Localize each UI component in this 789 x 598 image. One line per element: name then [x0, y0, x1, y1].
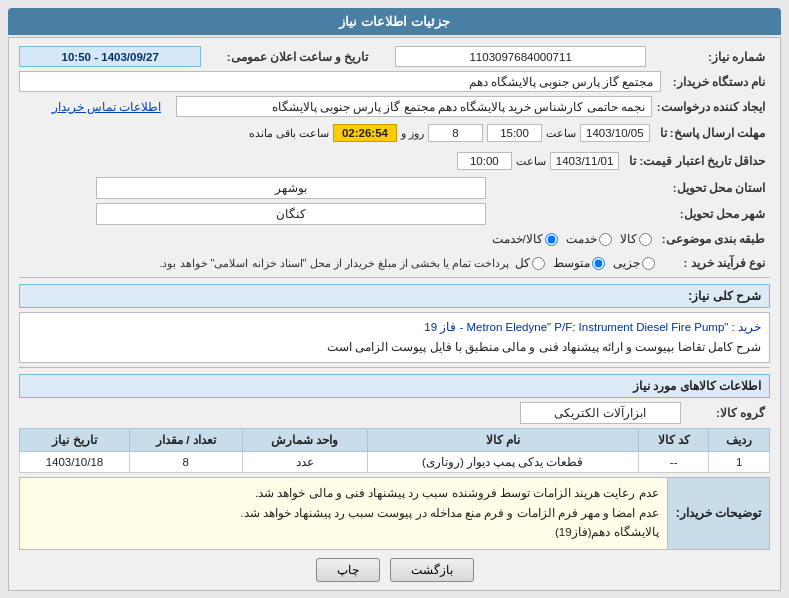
farayand-motavaset-label: متوسط: [553, 256, 590, 270]
tarikh-aalan-value: 1403/09/27 - 10:50: [20, 47, 201, 67]
jadval-label: حداقل تاریخ اعتبار قیمت: تا: [624, 149, 770, 173]
tabaghe-khedmat-radio[interactable]: [599, 233, 612, 246]
shahr-label: شهر محل تحویل:: [485, 204, 770, 225]
col-tedad: تعداد / مقدار: [129, 429, 242, 452]
print-button[interactable]: چاپ: [316, 558, 380, 582]
farayand-kol-label: کل: [515, 256, 530, 270]
shahr-value: کنگان: [97, 204, 485, 225]
buyer-notes-content: عدم رعایت هریند الزامات توسط فروشنده سبب…: [20, 478, 667, 549]
tabaghe-kala-khedmat-item: کالا/خدمت: [492, 232, 558, 246]
mohlat-date: 1403/10/05: [580, 124, 650, 142]
nam-dastgah-value: مجتمع گاز پارس جنوبی پالایشگاه دهم: [20, 72, 661, 92]
nam-dastgah-label: نام دستگاه خریدار:: [660, 72, 770, 92]
etelaat-section-title: اطلاعات کالاهای مورد نیاز: [19, 374, 770, 398]
mohlat-time: 15:00: [487, 124, 542, 142]
jadval-date: 1403/11/01: [550, 152, 620, 170]
tarikh-aalan-label: تاریخ و ساعت اعلان عمومی:: [201, 47, 373, 67]
tabaghe-kala-khedmat-label: کالا/خدمت: [492, 232, 543, 246]
mohlat-day-label: روز و: [401, 127, 424, 140]
mohlat-countdown-label: ساعت باقی مانده: [249, 127, 329, 140]
ijad-konande-value: نجمه حاتمی کارشناس خرید پالایشگاه دهم مج…: [176, 97, 651, 117]
sharh-section-title: شرح کلی نیاز:: [19, 284, 770, 308]
mohlat-countdown: 02:26:54: [333, 124, 397, 142]
tabaghe-kala-khedmat-radio[interactable]: [545, 233, 558, 246]
nooe-farayand-label: نوع فرآیند خرید :: [660, 253, 770, 273]
col-radif: ردیف: [709, 429, 770, 452]
ijad-konande-label: ایجاد کننده درخواست:: [651, 97, 770, 117]
cell-tedad: 8: [129, 452, 242, 473]
table-row: 1--قطعات یدکی پمپ دیوار (روتاری)عدد81403…: [20, 452, 770, 473]
tabaghe-khedmat-item: خدمت: [566, 232, 612, 246]
sharh-main-text: شرح کامل تقاضا بپیوست و ارائه پیشنهاد فن…: [327, 341, 761, 353]
sharh-kharid: خرید : "Metron Eledyne" P/F: Instrument …: [19, 312, 770, 363]
mohlat-label: مهلت ارسال پاسخ: تا: [655, 121, 770, 145]
farayand-jozi-label: جزیی: [613, 256, 640, 270]
farayand-jozi-radio[interactable]: [642, 257, 655, 270]
sharh-kharid-text: خرید : "Metron Eledyne" P/F: Instrument …: [424, 321, 761, 333]
tabaghe-kala-radio[interactable]: [639, 233, 652, 246]
shenare-niaz-value: 1103097684000711: [396, 47, 645, 67]
col-vahed: واحد شمارش: [242, 429, 367, 452]
farayand-motavaset-radio[interactable]: [592, 257, 605, 270]
page-title: جزئیات اطلاعات نیاز: [8, 8, 781, 35]
col-tarikh: تاریخ نیاز: [20, 429, 130, 452]
button-bar: بازگشت چاپ: [19, 558, 770, 582]
tabaghe-kala-label: کالا: [620, 232, 637, 246]
gorohe-kala-value: ابزارآلات الکتریکی: [520, 403, 680, 424]
cell-radif: 1: [709, 452, 770, 473]
farayand-note: پرداخت تمام یا بخشی از مبلغ خریدار از مح…: [159, 257, 509, 270]
back-button[interactable]: بازگشت: [390, 558, 474, 582]
cell-nam: قطعات یدکی پمپ دیوار (روتاری): [367, 452, 638, 473]
ostan-label: استان محل تحویل:: [485, 178, 770, 199]
ettelaat-tamas-link[interactable]: اطلاعات تماس خریدار: [19, 97, 166, 117]
ostan-value: بوشهر: [97, 178, 485, 199]
col-kod: کد کالا: [639, 429, 709, 452]
gorohe-kala-label: گروه کالا:: [680, 403, 770, 424]
col-nam: نام کالا: [367, 429, 638, 452]
cell-vahed: عدد: [242, 452, 367, 473]
tabaghe-khedmat-label: خدمت: [566, 232, 597, 246]
kala-table: ردیف کد کالا نام کالا واحد شمارش تعداد /…: [19, 428, 770, 473]
mohlat-day: 8: [428, 124, 483, 142]
cell-kod: --: [639, 452, 709, 473]
tabaghe-kala-item: کالا: [620, 232, 652, 246]
tabaghe-label: طبقه بندی موضوعی:: [657, 229, 770, 249]
farayand-kol-radio[interactable]: [532, 257, 545, 270]
buyer-notes-label: توضیحات خریدار:: [667, 478, 769, 549]
buyer-notes-container: توضیحات خریدار: عدم رعایت هریند الزامات …: [19, 477, 770, 550]
cell-tarikh: 1403/10/18: [20, 452, 130, 473]
shenare-niaz-label: شماره نیاز:: [645, 47, 770, 67]
jadval-time: 10:00: [457, 152, 512, 170]
